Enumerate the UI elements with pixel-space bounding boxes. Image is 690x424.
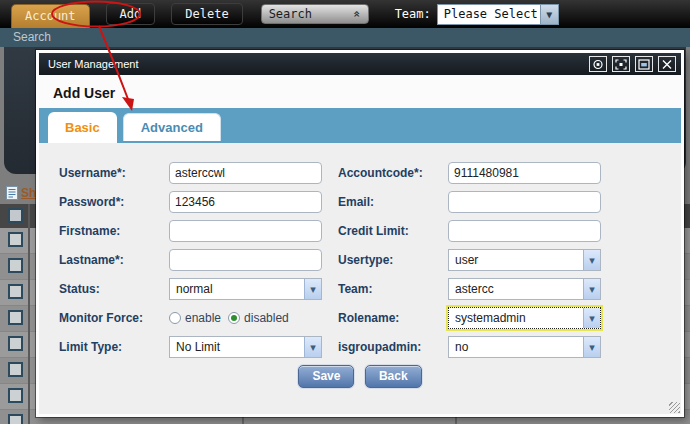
search-dropdown-label: Search — [269, 7, 312, 21]
form-row: Firstname: Credit Limit: — [39, 220, 681, 242]
monitor-force-disabled-radio[interactable]: disabled — [228, 311, 289, 325]
rolename-label: Rolename: — [338, 311, 448, 325]
usertype-select[interactable]: user ▾ — [448, 249, 601, 271]
row-checkbox[interactable] — [8, 336, 23, 351]
form-row: Status: normal ▾ Team: astercc ▾ — [39, 278, 681, 300]
accountcode-field[interactable] — [448, 162, 601, 184]
top-toolbar: Account Add Delete Search « Team: Please… — [0, 0, 690, 28]
select-all-checkbox[interactable] — [8, 208, 23, 223]
row-checkbox[interactable] — [8, 284, 23, 299]
chevron-down-icon: ▾ — [583, 279, 600, 299]
radio-off-icon — [169, 312, 181, 324]
user-management-dialog: User Management — [36, 50, 684, 417]
monitor-force-label: Monitor Force: — [59, 311, 169, 325]
dialog-title: User Management — [48, 58, 584, 70]
credit-limit-label: Credit Limit: — [338, 224, 448, 238]
form-row: Password*: Email: — [39, 191, 681, 213]
username-label: Username*: — [59, 166, 169, 180]
password-field[interactable] — [169, 191, 322, 213]
row-checkbox[interactable] — [8, 362, 23, 377]
tab-bar: Basic Advanced — [39, 108, 681, 143]
lastname-field[interactable] — [169, 249, 322, 271]
add-user-form: Username*: Accountcode*: Password*: Emai… — [39, 143, 681, 414]
row-checkbox[interactable] — [8, 232, 23, 247]
email-label: Email: — [338, 195, 448, 209]
row-checkbox[interactable] — [8, 388, 23, 403]
team-label: Team: — [395, 7, 431, 21]
close-icon[interactable] — [658, 56, 676, 72]
search-section-bar: Search — [0, 28, 690, 47]
team-field-select-value: astercc — [449, 282, 583, 296]
chevron-down-icon: ▾ — [304, 279, 321, 299]
collapse-icon: « — [350, 10, 364, 17]
team-select-value: Please Select — [438, 7, 540, 21]
collapse-window-icon[interactable] — [589, 56, 607, 72]
search-section-label: Search — [13, 30, 51, 44]
team-field-label: Team: — [338, 282, 448, 296]
monitor-force-enable-radio[interactable]: enable — [169, 311, 221, 325]
isgroupadmin-label: isgroupadmin: — [338, 340, 448, 354]
save-button[interactable]: Save — [298, 365, 354, 388]
chevron-down-icon: ▾ — [583, 250, 600, 270]
monitor-force-radio-group: enable disabled — [169, 311, 296, 325]
maximize-window-icon[interactable] — [612, 56, 630, 72]
limit-type-label: Limit Type: — [59, 340, 169, 354]
username-field[interactable] — [169, 162, 322, 184]
show-columns-link[interactable]: Sh — [6, 186, 36, 200]
accountcode-label: Accountcode*: — [338, 166, 448, 180]
enable-option-label: enable — [185, 311, 221, 325]
document-icon — [6, 186, 18, 200]
firstname-label: Firstname: — [59, 224, 169, 238]
limit-type-select[interactable]: No Limit ▾ — [169, 336, 322, 358]
form-row: Lastname*: Usertype: user ▾ — [39, 249, 681, 271]
dialog-body: Add User Basic Advanced Username*: Accou… — [39, 75, 681, 414]
tab-basic[interactable]: Basic — [48, 112, 117, 143]
lastname-label: Lastname*: — [59, 253, 169, 267]
password-label: Password*: — [59, 195, 169, 209]
chevron-down-icon: ▾ — [583, 308, 600, 328]
account-tab[interactable]: Account — [11, 4, 90, 28]
limit-type-select-value: No Limit — [170, 340, 304, 354]
status-label: Status: — [59, 282, 169, 296]
row-checkbox[interactable] — [8, 258, 23, 273]
team-field-select[interactable]: astercc ▾ — [448, 278, 601, 300]
firstname-field[interactable] — [169, 220, 322, 242]
resize-handle[interactable] — [669, 402, 680, 413]
rolename-select-value: systemadmin — [449, 311, 583, 325]
row-checkbox[interactable] — [8, 310, 23, 325]
usertype-label: Usertype: — [338, 253, 448, 267]
show-columns-link-label[interactable]: Sh — [21, 186, 36, 200]
search-dropdown[interactable]: Search « — [261, 4, 369, 24]
chevron-down-icon: ▾ — [583, 337, 600, 357]
screen: Sh Account Add Delete Search « Team: Ple… — [0, 0, 690, 424]
usertype-select-value: user — [449, 253, 583, 267]
chevron-down-icon: ▼ — [540, 5, 558, 24]
rolename-select[interactable]: systemadmin ▾ — [448, 307, 601, 329]
row-checkbox[interactable] — [8, 414, 23, 424]
restore-window-icon[interactable] — [635, 56, 653, 72]
isgroupadmin-select[interactable]: no ▾ — [448, 336, 601, 358]
table-column-divider — [28, 204, 30, 424]
status-select-value: normal — [170, 282, 304, 296]
delete-button[interactable]: Delete — [171, 3, 242, 25]
disabled-option-label: disabled — [244, 311, 289, 325]
back-button[interactable]: Back — [365, 365, 422, 388]
status-select[interactable]: normal ▾ — [169, 278, 322, 300]
email-field[interactable] — [448, 191, 601, 213]
page-title: Add User — [39, 75, 681, 108]
tab-advanced[interactable]: Advanced — [123, 113, 221, 141]
form-row: Limit Type: No Limit ▾ isgroupadmin: no … — [39, 336, 681, 358]
form-row: Username*: Accountcode*: — [39, 162, 681, 184]
team-select[interactable]: Please Select ▼ — [437, 4, 559, 25]
form-row: Monitor Force: enable disabled — [39, 307, 681, 329]
isgroupadmin-select-value: no — [449, 340, 583, 354]
form-buttons: Save Back — [39, 365, 681, 388]
radio-on-icon — [228, 312, 240, 324]
dialog-titlebar[interactable]: User Management — [39, 53, 681, 75]
credit-limit-field[interactable] — [448, 220, 601, 242]
add-button[interactable]: Add — [106, 3, 156, 25]
chevron-down-icon: ▾ — [304, 337, 321, 357]
